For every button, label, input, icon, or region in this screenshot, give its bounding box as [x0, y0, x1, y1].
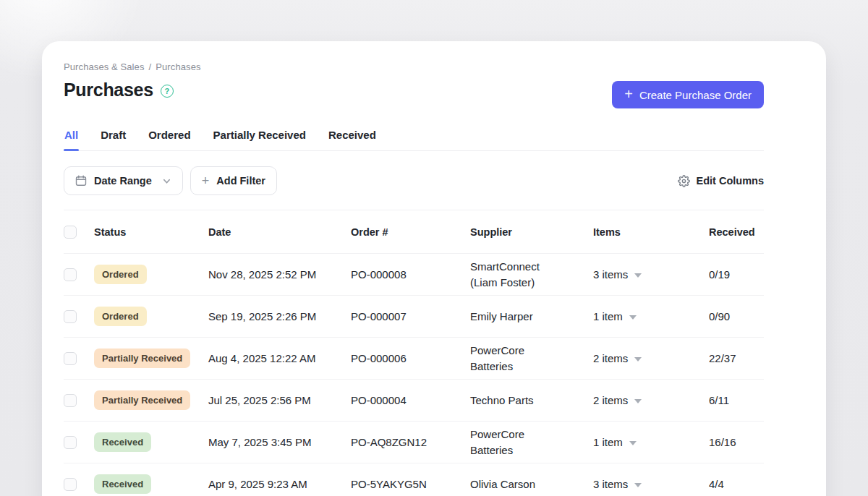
plus-icon: + — [202, 174, 210, 187]
row-checkbox[interactable] — [64, 478, 77, 491]
items-dropdown[interactable]: 1 item — [593, 310, 709, 322]
status-badge: Ordered — [94, 307, 147, 326]
order-date: Nov 28, 2025 2:52 PM — [208, 268, 351, 281]
received-count: 4/4 — [709, 478, 764, 490]
received-count: 22/37 — [709, 352, 764, 364]
table-row[interactable]: Partially ReceivedJul 25, 2025 2:56 PMPO… — [64, 380, 764, 422]
items-count: 3 items — [593, 268, 628, 281]
column-header-date[interactable]: Date — [208, 226, 351, 238]
table-row[interactable]: ReceivedMay 7, 2025 3:45 PMPO-AQ8ZGN12Po… — [64, 422, 764, 463]
status-badge: Partially Received — [94, 349, 190, 368]
column-header-items[interactable]: Items — [593, 226, 709, 238]
plus-icon: + — [624, 87, 633, 101]
status-badge: Received — [94, 432, 151, 452]
tab-ordered[interactable]: Ordered — [148, 124, 191, 150]
caret-down-icon — [629, 441, 637, 445]
received-count: 6/11 — [709, 394, 764, 406]
filter-toolbar: Date Range + Add Filter Edit Columns — [64, 166, 764, 210]
tab-partially-received[interactable]: Partially Received — [213, 124, 307, 150]
gear-icon — [678, 175, 690, 187]
row-checkbox[interactable] — [64, 394, 77, 407]
order-number: PO-5YAKYG5N — [351, 478, 470, 490]
items-dropdown[interactable]: 3 items — [593, 268, 709, 281]
table-header-row: Status Date Order # Supplier Items Recei… — [64, 210, 764, 254]
received-count: 0/19 — [709, 268, 764, 281]
row-checkbox[interactable] — [64, 268, 77, 281]
column-header-order[interactable]: Order # — [351, 226, 470, 238]
tab-received[interactable]: Received — [328, 124, 377, 150]
supplier-name: Techno Parts — [470, 393, 534, 409]
date-range-label: Date Range — [94, 175, 152, 187]
edit-columns-button[interactable]: Edit Columns — [678, 175, 764, 187]
received-count: 16/16 — [709, 436, 764, 448]
supplier-name: PowerCore Batteries — [470, 343, 551, 375]
order-date: Jul 25, 2025 2:56 PM — [208, 394, 351, 406]
purchases-card: Purchases & Sales/Purchases Purchases ? … — [42, 41, 826, 496]
order-number: PO-000006 — [351, 352, 470, 364]
caret-down-icon — [634, 483, 642, 487]
calendar-icon — [75, 175, 87, 187]
help-icon[interactable]: ? — [161, 85, 174, 98]
column-header-status[interactable]: Status — [94, 226, 208, 238]
column-header-received[interactable]: Received — [709, 226, 764, 238]
create-purchase-order-label: Create Purchase Order — [639, 89, 752, 101]
table-row[interactable]: ReceivedApr 9, 2025 9:23 AMPO-5YAKYG5NOl… — [64, 463, 764, 496]
order-date: Aug 4, 2025 12:22 AM — [208, 352, 351, 364]
items-count: 2 items — [593, 352, 628, 364]
items-dropdown[interactable]: 1 item — [593, 436, 709, 448]
order-number: PO-000008 — [351, 268, 470, 281]
table-body: OrderedNov 28, 2025 2:52 PMPO-000008Smar… — [64, 254, 764, 496]
column-header-supplier[interactable]: Supplier — [470, 226, 593, 238]
caret-down-icon — [634, 399, 642, 403]
select-all-checkbox[interactable] — [64, 226, 77, 239]
caret-down-icon — [634, 273, 642, 278]
items-dropdown[interactable]: 3 items — [593, 478, 709, 490]
purchase-orders-table: Status Date Order # Supplier Items Recei… — [64, 210, 764, 496]
caret-down-icon — [629, 315, 637, 320]
status-badge: Partially Received — [94, 390, 190, 410]
edit-columns-label: Edit Columns — [697, 175, 764, 187]
items-count: 3 items — [593, 478, 628, 490]
page-header: Purchases ? + Create Purchase Order — [64, 80, 764, 108]
status-badge: Received — [94, 474, 151, 494]
add-filter-label: Add Filter — [216, 175, 265, 187]
status-badge: Ordered — [94, 265, 147, 284]
tab-bar: AllDraftOrderedPartially ReceivedReceive… — [64, 124, 764, 151]
items-count: 2 items — [593, 394, 628, 406]
order-number: PO-AQ8ZGN12 — [351, 436, 470, 448]
supplier-name: Emily Harper — [470, 309, 533, 325]
order-date: Apr 9, 2025 9:23 AM — [208, 478, 351, 490]
chevron-down-icon — [162, 176, 171, 186]
tab-draft[interactable]: Draft — [100, 124, 127, 150]
tab-all[interactable]: All — [64, 124, 79, 150]
create-purchase-order-button[interactable]: + Create Purchase Order — [612, 81, 764, 108]
row-checkbox[interactable] — [64, 310, 77, 323]
date-range-filter[interactable]: Date Range — [64, 166, 183, 195]
caret-down-icon — [634, 357, 642, 362]
supplier-name: SmartConnect (Liam Foster) — [470, 259, 551, 291]
page-title: Purchases — [64, 80, 153, 101]
items-count: 1 item — [593, 310, 623, 322]
breadcrumb-parent[interactable]: Purchases & Sales — [64, 61, 145, 72]
table-row[interactable]: OrderedSep 19, 2025 2:26 PMPO-000007Emil… — [64, 296, 764, 338]
order-number: PO-000007 — [351, 310, 470, 322]
table-row[interactable]: Partially ReceivedAug 4, 2025 12:22 AMPO… — [64, 338, 764, 380]
breadcrumb-separator: / — [149, 61, 152, 72]
items-dropdown[interactable]: 2 items — [593, 352, 709, 364]
received-count: 0/90 — [709, 310, 764, 322]
table-row[interactable]: OrderedNov 28, 2025 2:52 PMPO-000008Smar… — [64, 254, 764, 296]
supplier-name: Olivia Carson — [470, 476, 535, 492]
order-number: PO-000004 — [351, 394, 470, 406]
items-count: 1 item — [593, 436, 623, 448]
order-date: May 7, 2025 3:45 PM — [208, 436, 351, 448]
supplier-name: PowerCore Batteries — [470, 427, 551, 458]
breadcrumb: Purchases & Sales/Purchases — [64, 61, 764, 72]
order-date: Sep 19, 2025 2:26 PM — [208, 310, 351, 322]
add-filter-button[interactable]: + Add Filter — [190, 166, 277, 195]
items-dropdown[interactable]: 2 items — [593, 394, 709, 406]
row-checkbox[interactable] — [64, 436, 77, 449]
row-checkbox[interactable] — [64, 352, 77, 365]
breadcrumb-current: Purchases — [156, 61, 200, 72]
